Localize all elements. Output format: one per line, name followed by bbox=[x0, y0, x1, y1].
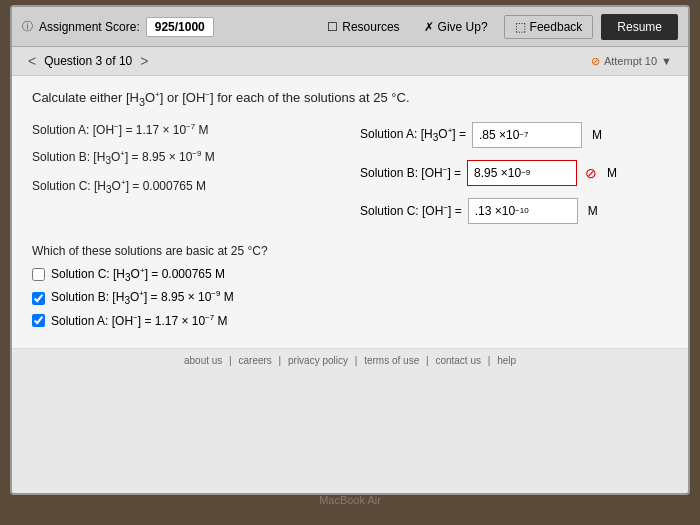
feedback-icon: ⬚ bbox=[515, 20, 526, 34]
solution-a-right-label: Solution A: [H3O+] = bbox=[360, 126, 466, 143]
checkbox-solution-c: Solution C: [H3O+] = 0.000765 M bbox=[32, 266, 668, 283]
solution-a-input-row: Solution A: [H3O+] = .85 ×10−7 M bbox=[360, 122, 668, 148]
solution-b-unit: M bbox=[607, 166, 617, 180]
solution-a-input[interactable]: .85 ×10−7 bbox=[472, 122, 582, 148]
next-question-button[interactable]: > bbox=[140, 53, 148, 69]
solution-b-right-label: Solution B: [OH−] = bbox=[360, 165, 461, 180]
give-up-button[interactable]: ✗ Give Up? bbox=[416, 16, 496, 38]
solution-c-right-label: Solution C: [OH−] = bbox=[360, 203, 462, 218]
assignment-score-label: Assignment Score: bbox=[39, 20, 140, 34]
resume-button[interactable]: Resume bbox=[601, 14, 678, 40]
resources-icon: ☐ bbox=[327, 20, 338, 34]
solution-b-left: Solution B: [H3O+] = 8.95 × 10−9 M bbox=[32, 149, 340, 166]
error-icon: ⊘ bbox=[585, 165, 597, 181]
checkbox-solution-b: Solution B: [H3O+] = 8.95 × 10−9 M bbox=[32, 289, 668, 306]
solution-a-left: Solution A: [OH−] = 1.17 × 10−7 M bbox=[32, 122, 340, 137]
attempt-dropdown-icon[interactable]: ▼ bbox=[661, 55, 672, 67]
left-column: Solution A: [OH−] = 1.17 × 10−7 M Soluti… bbox=[32, 122, 340, 236]
checkbox-a-label: Solution A: [OH−] = 1.17 × 10−7 M bbox=[51, 313, 228, 328]
checkbox-c-input[interactable] bbox=[32, 268, 45, 281]
prev-question-button[interactable]: < bbox=[28, 53, 36, 69]
checkbox-b-label: Solution B: [H3O+] = 8.95 × 10−9 M bbox=[51, 289, 234, 306]
checkbox-b-input[interactable] bbox=[32, 292, 45, 305]
solution-b-input[interactable]: 8.95 ×10−9 bbox=[467, 160, 577, 186]
assignment-score: ⓘ Assignment Score: 925/1000 bbox=[22, 17, 214, 37]
solution-c-left: Solution C: [H3O+] = 0.000765 M bbox=[32, 178, 340, 195]
checkbox-a-input[interactable] bbox=[32, 314, 45, 327]
footer-careers[interactable]: careers bbox=[238, 355, 271, 366]
feedback-button[interactable]: ⬚ Feedback bbox=[504, 15, 594, 39]
footer-about[interactable]: about us bbox=[184, 355, 222, 366]
footer-privacy[interactable]: privacy policy bbox=[288, 355, 348, 366]
which-solutions-label: Which of these solutions are basic at 25… bbox=[32, 244, 668, 258]
footer-contact[interactable]: contact us bbox=[435, 355, 481, 366]
attempt-check-icon: ⊘ bbox=[591, 55, 600, 68]
solution-a-unit: M bbox=[592, 128, 602, 142]
footer-terms[interactable]: terms of use bbox=[364, 355, 419, 366]
solution-b-input-row: Solution B: [OH−] = 8.95 ×10−9 ⊘ M bbox=[360, 160, 668, 186]
feedback-label: Feedback bbox=[530, 20, 583, 34]
attempt-label: Attempt 10 bbox=[604, 55, 657, 67]
score-value: 925/1000 bbox=[146, 17, 214, 37]
question-text: Calculate either [H3O+] or [OH−] for eac… bbox=[32, 90, 668, 108]
resources-label: Resources bbox=[342, 20, 399, 34]
resume-label: Resume bbox=[617, 20, 662, 34]
checkbox-solution-a: Solution A: [OH−] = 1.17 × 10−7 M bbox=[32, 313, 668, 328]
checkbox-c-label: Solution C: [H3O+] = 0.000765 M bbox=[51, 266, 225, 283]
give-up-label: Give Up? bbox=[438, 20, 488, 34]
content-area: Calculate either [H3O+] or [OH−] for eac… bbox=[12, 76, 688, 348]
solution-c-input[interactable]: .13 ×10−10 bbox=[468, 198, 578, 224]
solution-c-input-row: Solution C: [OH−] = .13 ×10−10 M bbox=[360, 198, 668, 224]
give-up-icon: ✗ bbox=[424, 20, 434, 34]
question-label: Question 3 of 10 bbox=[44, 54, 132, 68]
footer-links: about us | careers | privacy policy | te… bbox=[12, 348, 688, 372]
right-column: Solution A: [H3O+] = .85 ×10−7 M Solutio… bbox=[360, 122, 668, 236]
resources-button[interactable]: ☐ Resources bbox=[319, 16, 407, 38]
solution-c-unit: M bbox=[588, 204, 598, 218]
footer-help[interactable]: help bbox=[497, 355, 516, 366]
